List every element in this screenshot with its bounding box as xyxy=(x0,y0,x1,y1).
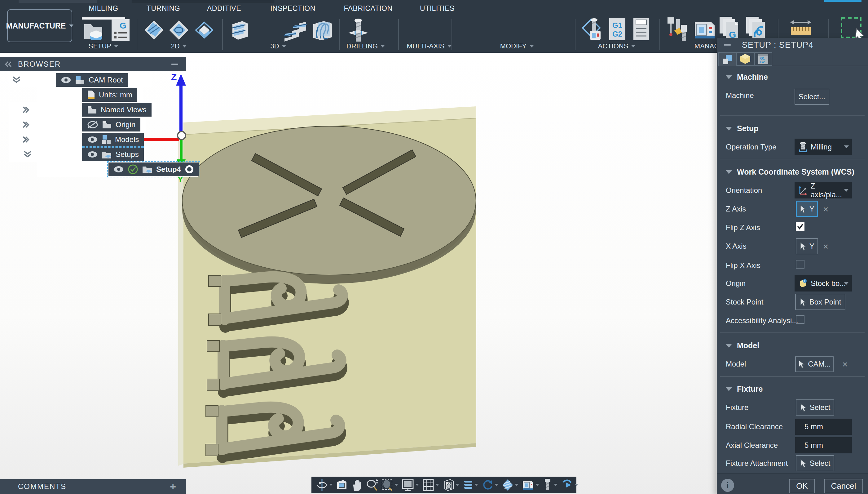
tree-item-cam-root[interactable]: CAM Root xyxy=(56,73,128,87)
tab-milling[interactable]: MILLING xyxy=(88,4,118,13)
tab-stock[interactable] xyxy=(736,52,754,66)
3d-adaptive-icon[interactable] xyxy=(230,19,250,41)
tab-turning[interactable]: TURNING xyxy=(146,4,180,13)
drilling-icon[interactable] xyxy=(347,17,370,43)
manage-tool-library-icon[interactable] xyxy=(666,16,689,42)
3d-flow-icon[interactable] xyxy=(312,18,334,42)
eye-icon[interactable] xyxy=(61,76,71,84)
info-icon[interactable]: i xyxy=(721,479,734,492)
actions-post-process-icon[interactable]: G1 G2 xyxy=(609,17,626,41)
orientation-dropdown[interactable]: Z axis/pla... xyxy=(794,182,852,198)
tree-item-models[interactable]: Models xyxy=(82,133,144,148)
minimize-icon[interactable] xyxy=(171,63,178,65)
expander-models[interactable] xyxy=(22,135,31,145)
eye-icon[interactable] xyxy=(87,136,98,143)
tab-setup[interactable] xyxy=(718,52,736,66)
fixture-select-button[interactable]: Select xyxy=(796,399,834,416)
tree-item-named-views[interactable]: Named Views xyxy=(82,103,152,117)
setup-new-setup-icon[interactable] xyxy=(83,20,107,40)
group-modify[interactable]: MODIFY xyxy=(500,42,534,50)
radial-clearance-input[interactable]: 5 mm xyxy=(795,419,852,435)
group-drilling[interactable]: DRILLING xyxy=(347,42,385,50)
tab-fabrication[interactable]: FABRICATION xyxy=(344,4,392,13)
group-actions[interactable]: ACTIONS xyxy=(598,42,636,50)
tree-item-setup4[interactable]: Setup4 xyxy=(108,163,199,176)
stock-display-control[interactable] xyxy=(500,478,520,492)
2d-adaptive-icon[interactable] xyxy=(143,19,165,41)
steps-display-control[interactable] xyxy=(461,479,479,491)
origin-dropdown[interactable]: Stock bo... xyxy=(794,275,852,291)
2d-pocket-icon[interactable] xyxy=(168,19,190,41)
pan-control[interactable] xyxy=(350,478,364,492)
z-axis-select-button[interactable]: Y xyxy=(796,201,818,217)
group-2d[interactable]: 2D xyxy=(171,42,186,50)
model-select-button[interactable]: CAM... xyxy=(795,356,834,372)
add-comment-button[interactable]: + xyxy=(170,481,176,492)
actions-setup-sheet-icon[interactable] xyxy=(633,17,650,41)
flip-z-checkbox[interactable] xyxy=(796,222,805,231)
manage-machine-library-icon[interactable] xyxy=(692,18,716,41)
machine-select-button[interactable]: Select... xyxy=(794,89,829,105)
model-clear-button[interactable]: × xyxy=(842,359,848,369)
zoom-control[interactable] xyxy=(364,478,379,492)
comments-panel[interactable]: COMMENTS + xyxy=(0,479,186,494)
eye-off-icon[interactable] xyxy=(87,121,98,129)
tab-post-process[interactable]: G1G2 xyxy=(754,52,772,66)
x-axis-clear-button[interactable]: × xyxy=(823,241,829,252)
fixture-attachment-select-button[interactable]: Select xyxy=(796,455,834,471)
selection-marquee-icon[interactable] xyxy=(841,17,867,40)
section-model[interactable]: Model xyxy=(726,341,759,350)
axial-clearance-input[interactable]: 5 mm xyxy=(795,437,852,453)
tree-item-origin[interactable]: Origin xyxy=(82,118,140,132)
x-axis-select-button[interactable]: Y xyxy=(796,238,818,254)
grid-layout-control[interactable] xyxy=(421,478,440,492)
setup-gcode-doc-icon[interactable]: G xyxy=(111,19,130,41)
section-wcs[interactable]: Work Coordinate System (WCS) xyxy=(726,168,854,176)
tool-display-control[interactable] xyxy=(541,478,559,492)
eye-icon[interactable] xyxy=(87,151,98,158)
expander-cam-root[interactable] xyxy=(11,76,22,84)
tab-utilities[interactable]: UTILITIES xyxy=(420,4,455,13)
workspace-selector[interactable]: MANUFACTURE xyxy=(7,9,72,42)
actions-simulate-icon[interactable] xyxy=(582,17,606,42)
zoom-window-control[interactable] xyxy=(380,478,399,492)
section-fixture[interactable]: Fixture xyxy=(726,384,763,394)
display-settings-control[interactable] xyxy=(400,478,420,492)
cancel-button[interactable]: Cancel xyxy=(824,479,863,493)
viewport-layout-control[interactable] xyxy=(441,478,460,492)
expander-setups[interactable] xyxy=(22,150,33,159)
orbit-control[interactable] xyxy=(315,478,334,492)
file-tab-stub-1[interactable] xyxy=(19,0,97,3)
group-3d[interactable]: 3D xyxy=(270,42,286,50)
letter-parts[interactable] xyxy=(206,276,343,457)
look-at-control[interactable] xyxy=(335,479,349,491)
operation-type-dropdown[interactable]: Milling xyxy=(794,139,852,155)
tab-additive[interactable]: ADDITIVE xyxy=(207,4,241,13)
accessibility-checkbox[interactable] xyxy=(796,315,805,324)
z-axis-clear-button[interactable]: × xyxy=(823,204,829,214)
tree-item-units[interactable]: Units: mm xyxy=(82,88,137,102)
flip-x-checkbox[interactable] xyxy=(796,260,805,269)
tab-inspection[interactable]: INSPECTION xyxy=(270,4,315,13)
tree-item-setups[interactable]: Setups xyxy=(82,148,144,161)
file-tab-stub-2[interactable] xyxy=(132,0,274,3)
disc-part[interactable] xyxy=(182,126,476,284)
minimize-dialog-icon[interactable] xyxy=(724,44,731,45)
section-machine[interactable]: Machine xyxy=(726,73,768,81)
section-setup[interactable]: Setup xyxy=(726,124,758,133)
refresh-control[interactable] xyxy=(480,478,499,492)
3d-steep-shallow-icon[interactable] xyxy=(283,18,308,42)
2d-contour-icon[interactable] xyxy=(194,20,214,40)
measure-icon[interactable] xyxy=(790,19,812,38)
stock-point-select-button[interactable]: Box Point xyxy=(795,294,845,310)
dialog-header[interactable]: SETUP : SETUP4 xyxy=(717,38,868,52)
expander-origin[interactable] xyxy=(22,120,31,130)
toolpath-display-control[interactable] xyxy=(559,479,579,491)
machine-display-control[interactable] xyxy=(520,478,540,492)
expander-named-views[interactable] xyxy=(22,106,31,115)
collapse-panel-icon[interactable] xyxy=(4,60,13,68)
group-setup[interactable]: SETUP xyxy=(88,42,118,50)
ok-button[interactable]: OK xyxy=(789,479,815,493)
group-multi-axis[interactable]: MULTI-AXIS xyxy=(407,42,452,50)
eye-icon[interactable] xyxy=(114,166,124,173)
